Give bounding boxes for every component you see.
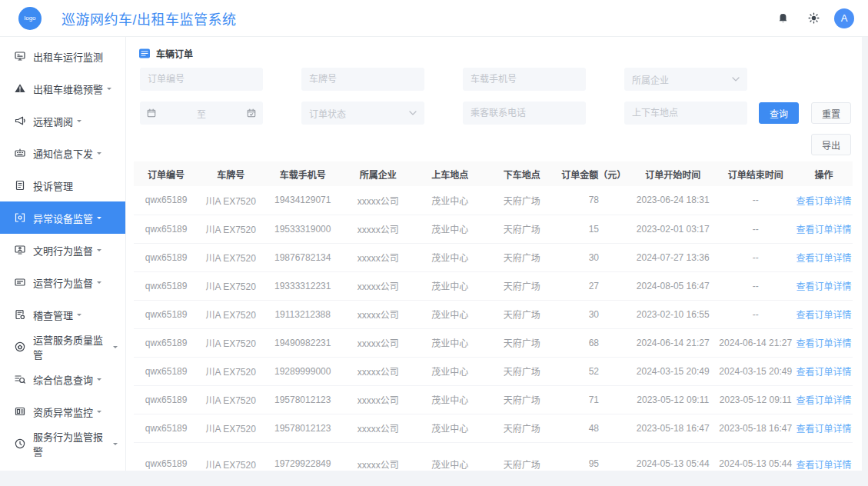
chevron-down-icon [97,411,101,415]
chevron-down-icon [77,314,81,318]
view-order-details-link[interactable]: 查看订单详情 [796,281,852,292]
cell-action: 查看订单详情 [795,271,853,300]
user-avatar[interactable]: A [834,8,854,28]
sidebar-item-label: 稽查管理 [33,308,73,322]
view-order-details-link[interactable]: 查看订单详情 [796,225,852,235]
view-order-details-link[interactable]: 查看订单详情 [796,196,852,207]
cell-amount: 68 [558,328,630,357]
location-input[interactable] [624,102,747,125]
date-range-picker[interactable]: 至 [140,102,263,125]
sidebar-item-taxi-stability-warning[interactable]: 出租车维稳预警 [0,72,125,105]
vehicle-phone-input[interactable] [463,68,586,91]
broadcast-icon [14,147,26,159]
cell-pickup: 茂业中心 [414,186,487,215]
cell-plate: 川A EX7520 [198,414,263,442]
cell-dropoff: 天府广场 [486,186,558,215]
cell-plate: 川A EX7520 [198,357,263,385]
sidebar-item-label: 文明行为监督 [33,243,93,258]
sidebar-item-label: 通知信息下发 [33,146,93,161]
sidebar-item-label: 服务行为监管报警 [33,429,109,458]
cell-vehicle-phone: 19578012123 [263,414,342,442]
view-order-details-link[interactable]: 查看订单详情 [796,310,852,321]
cell-action: 查看订单详情 [795,442,853,471]
sidebar-item-operation-behavior-supervision[interactable]: 运营行为监督 [0,266,125,298]
tab-vehicle-orders[interactable]: 车辆订单 [126,37,862,68]
sidebar-item-notice-dispatch[interactable]: 通知信息下发 [0,137,125,169]
sidebar-item-service-quality-supervision[interactable]: 运营服务质量监管 [0,331,125,363]
order-table-body: qwx65189 川A EX7520 19434129071 xxxxx公司 茂… [134,186,853,471]
sidebar-item-civilized-behavior-supervision[interactable]: 文明行为监督 [0,234,125,266]
order-status-select[interactable]: 订单状态 [301,102,424,125]
view-order-details-link[interactable]: 查看订单详情 [796,460,852,471]
sidebar-item-label: 资质异常监控 [33,404,93,419]
app-title: 巡游网约车/出租车监管系统 [62,8,237,28]
sidebar-item-label: 综合信息查询 [33,372,93,387]
cell-pickup: 茂业中心 [414,328,487,357]
cell-company: xxxxx公司 [342,442,414,471]
company-select[interactable]: 所属企业 [624,68,747,91]
cell-end-time: 2024-06-14 21:27 [716,328,795,357]
column-header-order-no: 订单编号 [134,161,198,186]
filter-row-1: 所属企业 [126,68,862,91]
sidebar-item-taxi-operation-monitor[interactable]: 出租车运行监测 [0,40,125,72]
table-row: qwx65189 川A EX7520 19113212388 xxxxx公司 茂… [134,300,853,328]
megaphone-icon [14,115,26,127]
tab-label: 车辆订单 [156,47,193,60]
cell-end-time: -- [716,215,795,243]
sidebar-item-service-behavior-alarm[interactable]: 服务行为监管报警 [0,428,125,460]
cell-end-time: 2023-05-18 16:47 [716,414,795,442]
app-window: logo 巡游网约车/出租车监管系统 A 出租车运行监测 出租车维稳预警 [0,0,868,486]
cell-amount: 71 [558,385,630,414]
sidebar-item-remote-access[interactable]: 远程调阅 [0,105,125,137]
column-header-start-time: 订单开始时间 [630,161,716,186]
cell-plate: 川A EX7520 [198,186,263,215]
cell-plate: 川A EX7520 [198,300,263,328]
column-header-amount: 订单金额（元） [558,161,630,186]
sidebar-item-abnormal-device-monitor[interactable]: 异常设备监管 [0,201,125,234]
cell-vehicle-phone: 19490982231 [263,328,342,357]
cell-order-no: qwx65189 [134,442,198,471]
order-list-icon [138,48,151,59]
cell-order-no: qwx65189 [134,243,198,271]
sidebar-item-comprehensive-info-query[interactable]: 综合信息查询 [0,363,125,395]
column-header-company: 所属企业 [342,161,414,186]
cell-order-no: qwx65189 [134,328,198,357]
sidebar-item-complaint-management[interactable]: 投诉管理 [0,169,125,201]
search-button[interactable]: 查询 [759,102,799,124]
cell-order-no: qwx65189 [134,271,198,300]
device-camera-icon [14,211,26,224]
date-range-separator: 至 [197,107,206,120]
sidebar-item-inspection-management[interactable]: 稽查管理 [0,298,125,331]
notifications-button[interactable] [773,8,793,28]
view-order-details-link[interactable]: 查看订单详情 [796,395,852,406]
order-no-input[interactable] [140,68,263,91]
cell-amount: 52 [558,357,630,385]
export-button[interactable]: 导出 [811,134,851,155]
table-header: 订单编号 车牌号 车载手机号 所属企业 上车地点 下车地点 订单金额（元） 订单… [134,161,853,186]
sidebar-item-qualification-abnormal-monitor[interactable]: 资质异常监控 [0,395,125,428]
view-order-details-link[interactable]: 查看订单详情 [796,253,852,264]
view-order-details-link[interactable]: 查看订单详情 [796,338,852,349]
cell-vehicle-phone: 19876782134 [263,243,342,271]
cell-pickup: 茂业中心 [414,243,487,271]
cell-action: 查看订单详情 [795,243,853,271]
view-order-details-link[interactable]: 查看订单详情 [796,424,852,434]
theme-toggle-button[interactable] [803,8,823,28]
cell-amount: 48 [558,414,630,442]
cell-pickup: 茂业中心 [414,271,487,300]
cell-amount: 27 [558,271,630,300]
cell-vehicle-phone: 19113212388 [263,300,342,328]
reset-button[interactable]: 重置 [811,102,851,124]
cell-company: xxxxx公司 [342,186,414,215]
cell-vehicle-phone: 19289999000 [263,357,342,385]
passenger-phone-input[interactable] [463,102,586,125]
chevron-down-icon [97,378,101,383]
cell-plate: 川A EX7520 [198,271,263,300]
plate-input[interactable] [301,68,424,91]
monitor-person-icon [14,244,26,256]
view-order-details-link[interactable]: 查看订单详情 [796,367,852,378]
cell-pickup: 茂业中心 [414,300,487,328]
table-row: qwx65189 川A EX7520 19490982231 xxxxx公司 茂… [134,328,853,357]
clipboard-gear-icon [14,308,26,321]
chevron-down-icon [113,443,118,448]
